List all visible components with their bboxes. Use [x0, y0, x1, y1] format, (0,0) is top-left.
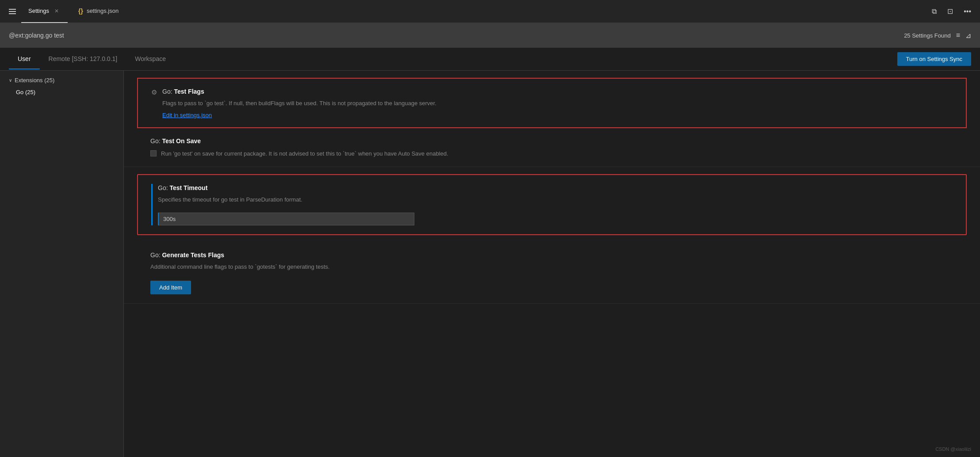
split-editor-icon[interactable]: ⧉ [930, 6, 938, 17]
filter-lines-icon[interactable]: ≡ [956, 31, 960, 39]
sync-button[interactable]: Turn on Settings Sync [897, 52, 971, 66]
more-actions-icon[interactable]: ••• [962, 6, 973, 17]
test-timeout-description: Specifies the timeout for go test in Par… [158, 195, 953, 204]
searchbar: 25 Settings Found ≡ ⊿ [0, 23, 980, 48]
titlebar: Settings ✕ {} settings.json ⧉ ⊡ ••• [0, 0, 980, 23]
tab-settings[interactable]: Settings ✕ [21, 0, 68, 23]
titlebar-left: Settings ✕ {} settings.json [7, 0, 126, 23]
settings-content: ⚙ Go: Test Flags Flags to pass to `go te… [124, 71, 980, 457]
setting-generate-tests-flags: Go: Generate Tests Flags Additional comm… [124, 242, 980, 304]
go-label: Go (25) [16, 89, 35, 95]
sidebar-item-go[interactable]: Go (25) [0, 86, 123, 98]
test-on-save-checkbox[interactable] [150, 150, 157, 156]
tab-workspace[interactable]: Workspace [126, 49, 175, 69]
setting-test-timeout: Go: Test Timeout Specifies the timeout f… [137, 174, 967, 235]
test-flags-title: Go: Test Flags [162, 88, 436, 96]
tab-remote[interactable]: Remote [SSH: 127.0.0.1] [40, 49, 126, 69]
test-on-save-title: Go: Test On Save [150, 137, 448, 146]
settings-tab-close[interactable]: ✕ [53, 7, 61, 15]
test-on-save-checkbox-row: Run 'go test' on save for current packag… [150, 149, 448, 158]
edit-in-settings-json-link[interactable]: Edit in settings.json [162, 112, 212, 118]
extensions-label: Extensions (25) [15, 77, 54, 84]
settings-json-icon: {} [78, 8, 83, 15]
test-timeout-input[interactable] [158, 213, 414, 225]
generate-tests-flags-description: Additional command line flags to pass to… [150, 263, 967, 271]
search-input[interactable] [9, 32, 904, 39]
filter-icon[interactable]: ⊿ [965, 31, 971, 40]
titlebar-right: ⧉ ⊡ ••• [930, 5, 973, 17]
test-flags-description: Flags to pass to `go test`. If null, the… [162, 99, 436, 108]
settings-tabbar: User Remote [SSH: 127.0.0.1] Workspace T… [0, 48, 980, 71]
test-timeout-title: Go: Test Timeout [158, 184, 953, 193]
layout-icon[interactable]: ⊡ [946, 5, 955, 17]
settings-tab-group: User Remote [SSH: 127.0.0.1] Workspace [9, 49, 175, 69]
watermark: CSDN @xiaoliizi [935, 446, 971, 452]
add-item-button[interactable]: Add Item [150, 281, 191, 294]
settings-json-tab-label: settings.json [87, 8, 119, 14]
results-count: 25 Settings Found [904, 32, 951, 39]
chevron-down-icon: ∨ [9, 78, 12, 83]
sidebar: ∨ Extensions (25) Go (25) [0, 71, 124, 457]
generate-tests-flags-title: Go: Generate Tests Flags [150, 251, 967, 260]
main-area: ∨ Extensions (25) Go (25) ⚙ Go: Test Fla… [0, 71, 980, 457]
hamburger-menu-icon[interactable] [7, 7, 18, 16]
tab-settings-json[interactable]: {} settings.json [71, 0, 126, 23]
search-input-container [9, 32, 904, 39]
test-on-save-description: Run 'go test' on save for current packag… [161, 149, 448, 158]
settings-tab-label: Settings [28, 8, 49, 14]
sidebar-item-extensions[interactable]: ∨ Extensions (25) [0, 74, 123, 86]
search-results-info: 25 Settings Found ≡ ⊿ [904, 31, 971, 40]
setting-test-flags: ⚙ Go: Test Flags Flags to pass to `go te… [137, 78, 967, 128]
gear-icon[interactable]: ⚙ [151, 88, 157, 96]
setting-test-on-save: Go: Test On Save Run 'go test' on save f… [124, 128, 980, 167]
tab-user[interactable]: User [9, 49, 40, 69]
